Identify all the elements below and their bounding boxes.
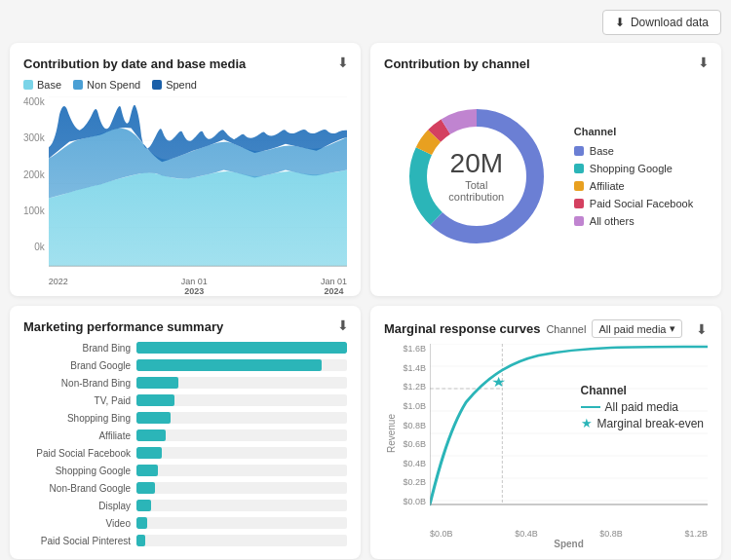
chart1-legend: Base Non Spend Spend: [23, 79, 347, 91]
bar-track: [136, 535, 347, 546]
channel-dot-paid-social-facebook: [574, 199, 584, 208]
bar-fill: [136, 447, 162, 459]
legend-spend: Spend: [152, 79, 197, 91]
bar-row: Paid Social Pinterest: [23, 535, 347, 546]
legend-nonspend-label: Non Spend: [87, 79, 140, 91]
channel-legend-title: Channel: [574, 126, 693, 137]
x-axis-dates: 2022 Jan 012023 Jan 012024: [49, 277, 347, 296]
mrc-line-icon: [581, 406, 600, 408]
mrc-legend-break-even-label: Marginal break-even: [597, 417, 704, 430]
card-marketing-performance: Marketing performance summary ⬇ Brand Bi…: [10, 306, 361, 559]
bar-track: [136, 377, 347, 389]
bar-label: TV, Paid: [23, 395, 131, 406]
channel-label: Channel: [546, 323, 586, 335]
donut-label: Total contribution: [438, 179, 516, 203]
bar-row: Brand Bing: [23, 342, 347, 354]
bar-fill: [136, 394, 174, 406]
legend-base: Base: [23, 79, 61, 91]
bar-row: Non-Brand Bing: [23, 377, 347, 389]
channel-dot-all-others: [574, 216, 584, 226]
mrc-legend-title: Channel: [581, 384, 704, 397]
bar-row: Display: [23, 500, 347, 511]
chart4-download-icon[interactable]: ⬇: [696, 321, 708, 337]
chevron-down-icon: ▾: [670, 322, 675, 335]
chart2-download-icon[interactable]: ⬇: [698, 55, 710, 70]
bar-label: Paid Social Pinterest: [23, 536, 131, 546]
donut-value: 20M: [438, 150, 516, 177]
channel-item-base: Base: [574, 145, 693, 157]
bar-track: [136, 500, 347, 511]
channel-item-affiliate: Affiliate: [574, 180, 693, 192]
bar-track: [136, 429, 347, 441]
mrc-svg: ★: [430, 344, 708, 524]
legend-spend-label: Spend: [166, 79, 197, 91]
svg-text:★: ★: [491, 375, 506, 390]
chart4-title: Marginal response curves: [384, 321, 540, 336]
bar-row: Shopping Google: [23, 465, 347, 476]
bar-row: TV, Paid: [23, 394, 347, 406]
mrc-chart-inner: $1.6B $1.4B $1.2B $1.0B $0.8B $0.6B $0.4…: [397, 344, 708, 524]
legend-base-label: Base: [37, 79, 61, 91]
bar-row: Shopping Bing: [23, 412, 347, 424]
mrc-legend-break-even: ★ Marginal break-even: [581, 416, 704, 430]
bar-label: Non-Brand Bing: [23, 378, 131, 389]
download-data-button[interactable]: ⬇ Download data: [602, 10, 721, 35]
bar-fill: [136, 359, 322, 371]
area-chart: 2022 Jan 012023 Jan 012024: [49, 96, 347, 272]
bar-track: [136, 394, 347, 406]
bar-label: Shopping Google: [23, 466, 131, 476]
bar-label: Shopping Bing: [23, 413, 131, 424]
mrc-legend-all-paid-label: All paid media: [605, 400, 678, 414]
chart3-download-icon[interactable]: ⬇: [337, 317, 349, 333]
bar-fill: [136, 465, 158, 476]
download-icon: ⬇: [615, 16, 625, 29]
bar-row: Affiliate: [23, 429, 347, 441]
bar-fill: [136, 535, 145, 546]
chart3-title: Marketing performance summary: [23, 319, 347, 334]
mrc-x-axis: $0.0B $0.4B $0.8B $1.2B: [430, 529, 708, 539]
legend-spend-dot: [152, 80, 162, 90]
bar-track: [136, 359, 347, 371]
donut-chart-container: 20M Total contribution Channel Base Shop…: [384, 79, 708, 274]
legend-base-dot: [23, 80, 33, 90]
mrc-y-axis: $1.6B $1.4B $1.2B $1.0B $0.8B $0.6B $0.4…: [397, 344, 430, 524]
mrc-legend-all-paid: All paid media: [581, 400, 704, 414]
bar-fill: [136, 412, 171, 424]
download-label: Download data: [631, 16, 709, 29]
bar-row: Video: [23, 517, 347, 529]
bar-track: [136, 412, 347, 424]
mrc-star-icon: ★: [581, 416, 593, 430]
y-label-container: Revenue: [384, 344, 397, 524]
bar-label: Brand Google: [23, 360, 131, 371]
channel-selector[interactable]: All paid media ▾: [592, 319, 682, 338]
channel-dot-shopping-google: [574, 164, 584, 173]
bar-fill: [136, 342, 347, 354]
mrc-legend: Channel All paid media ★ Marginal break-…: [581, 384, 704, 432]
bar-row: Brand Google: [23, 359, 347, 371]
card-contribution-date: Contribution by date and base media ⬇ Ba…: [10, 43, 361, 296]
channel-dot-affiliate: [574, 181, 584, 191]
mrc-chart-area: $1.6B $1.4B $1.2B $1.0B $0.8B $0.6B $0.4…: [397, 344, 708, 524]
bar-fill: [136, 377, 178, 389]
card-marginal-response: Marginal response curves Channel All pai…: [370, 306, 721, 559]
area-chart-container: 400k 300k 200k 100k 0k: [23, 96, 347, 272]
channel-item-paid-social-facebook: Paid Social Facebook: [574, 198, 693, 209]
bar-label: Display: [23, 501, 131, 511]
bar-label: Video: [23, 518, 131, 529]
dashboard-grid: Contribution by date and base media ⬇ Ba…: [10, 43, 721, 559]
chart1-download-icon[interactable]: ⬇: [337, 55, 349, 70]
area-chart-svg: [49, 96, 347, 272]
y-axis-labels: 400k 300k 200k 100k 0k: [23, 96, 49, 272]
channel-selector-value: All paid media: [598, 323, 666, 335]
bar-row: Paid Social Facebook: [23, 447, 347, 459]
chart1-title: Contribution by date and base media: [23, 56, 347, 71]
donut-chart: 20M Total contribution: [399, 98, 555, 254]
mrc-chart-with-y: Revenue $1.6B $1.4B $1.2B $1.0B $0.8B $0…: [384, 344, 708, 524]
bar-label: Brand Bing: [23, 343, 131, 354]
bar-label: Non-Brand Google: [23, 483, 131, 494]
bar-fill: [136, 429, 166, 441]
bar-fill: [136, 517, 147, 529]
channel-legend: Channel Base Shopping Google Affiliate P…: [574, 126, 693, 227]
donut-center: 20M Total contribution: [438, 150, 516, 203]
bar-track: [136, 482, 347, 494]
